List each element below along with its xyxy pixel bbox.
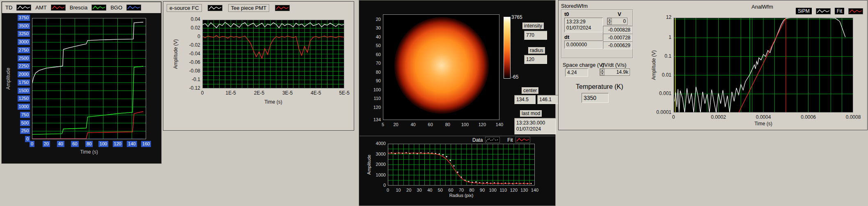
beam-intensity-image bbox=[383, 14, 499, 120]
y-tick-label: 0.001 bbox=[659, 91, 671, 97]
esource-plot-legend: e-source FC Tee piece PMT bbox=[167, 4, 290, 12]
y-tick-label: 2250 bbox=[18, 63, 30, 69]
y-tick-label: 134 bbox=[373, 117, 381, 123]
temperature-value: 3350 bbox=[582, 93, 609, 103]
analwfm-title: AnalWfm bbox=[751, 4, 773, 10]
esource-chart-plot bbox=[202, 20, 344, 88]
t0-date: 01/07/2024 bbox=[566, 25, 591, 31]
sipm-line-sample-icon bbox=[816, 8, 831, 14]
y-tick-label: 12 bbox=[666, 14, 671, 20]
y-tick-label: 0 bbox=[197, 34, 200, 40]
x-tick-label: 0 bbox=[30, 141, 34, 147]
y-tick-label: 3250 bbox=[18, 31, 30, 37]
bgo-line-sample-icon bbox=[126, 5, 141, 11]
y-tick-label: 50 bbox=[376, 43, 381, 49]
crystal-plot-legend: TD AMT Brescia BGO bbox=[2, 2, 161, 13]
y-tick-label: -0.1 bbox=[192, 77, 200, 83]
y-tick-label: 2000 bbox=[376, 161, 386, 168]
y-tick-label: -0.12 bbox=[189, 85, 200, 91]
y-tick-label: 0.02 bbox=[191, 25, 200, 31]
x-tick-label: 100 bbox=[489, 187, 497, 193]
intensity-value: 770 bbox=[524, 31, 547, 40]
y-tick-label: 60 bbox=[376, 52, 381, 58]
t0-time: 13:23:29 bbox=[566, 19, 586, 25]
y-tick-label: 2000 bbox=[18, 71, 30, 77]
x-tick-label: 0.0006 bbox=[801, 114, 816, 120]
panel-divider bbox=[360, 136, 555, 136]
legend-item-data: Data bbox=[472, 137, 500, 143]
dvdt-value[interactable]: 14.9k bbox=[605, 69, 630, 75]
x-tick-label: 0 bbox=[201, 90, 204, 96]
last-mod-date: 01/07/2024 bbox=[516, 126, 541, 132]
y-tick-label: 1000 bbox=[18, 104, 30, 110]
y-tick-label: -0.06 bbox=[189, 59, 200, 66]
y-tick-label: 70 bbox=[376, 60, 381, 66]
pmt-line-sample-icon bbox=[275, 5, 290, 11]
radial-x-axis-label: Radius (pix) bbox=[449, 193, 474, 198]
x-tick-label: 4E-5 bbox=[311, 90, 321, 96]
x-tick-label: 90 bbox=[480, 187, 485, 193]
dt-value: 0.000000 bbox=[564, 41, 603, 49]
v-index-value[interactable]: 0 bbox=[612, 18, 627, 24]
legend-label-td: TD bbox=[5, 5, 12, 11]
fit-line-sample-icon bbox=[515, 137, 530, 143]
y-tick-label: 2500 bbox=[18, 55, 30, 61]
radius-value: 120 bbox=[524, 55, 547, 64]
legend-label-data: Data bbox=[472, 137, 483, 143]
y-tick-label: 0 bbox=[383, 182, 386, 188]
analwfm-chart-plot[interactable] bbox=[673, 18, 853, 113]
y-tick-label: 0.1 bbox=[664, 53, 671, 59]
x-tick-label: 60 bbox=[71, 141, 78, 147]
x-tick-label: 60 bbox=[448, 187, 453, 193]
storedwfm-cluster: t0 13:23:29 01/07/2024 dt 0.000000 V ▲▼ … bbox=[561, 9, 633, 59]
legend-label-fit: Fit bbox=[507, 137, 513, 143]
esource-y-axis-label: Amplitude (V) bbox=[173, 39, 179, 69]
x-tick-label: 5E-5 bbox=[339, 90, 349, 96]
x-tick-label: 80 bbox=[469, 187, 474, 193]
dvdt-spinner-icon[interactable]: ▲▼ bbox=[600, 69, 605, 75]
y-tick-label: 3750 bbox=[18, 15, 30, 21]
data-dots-sample-icon bbox=[485, 137, 500, 143]
color-ramp-max-label: 3765 bbox=[511, 14, 522, 20]
last-mod-time: 13:23:30.000 bbox=[516, 120, 545, 126]
y-tick-label: 120 bbox=[373, 104, 381, 111]
x-tick-label: 0 bbox=[387, 187, 389, 193]
x-tick-label: 80 bbox=[445, 122, 450, 128]
x-tick-label: 0.0002 bbox=[711, 114, 726, 120]
x-tick-label: 10 bbox=[396, 187, 401, 193]
x-tick-label: 120 bbox=[112, 141, 122, 147]
analwfm-x-axis-label: Time (s) bbox=[754, 121, 772, 127]
intensity-color-ramp[interactable] bbox=[504, 17, 511, 79]
v-value-2: -0.000629 bbox=[603, 41, 632, 49]
crystal-chart-plot bbox=[32, 18, 146, 139]
v-index-spinner-icon[interactable]: ▲▼ bbox=[607, 18, 612, 25]
x-tick-label: 130 bbox=[520, 187, 528, 193]
y-tick-label: -0.04 bbox=[189, 51, 200, 57]
x-tick-label: 140 bbox=[531, 187, 538, 193]
waveform-analysis-panel: StoredWfm t0 13:23:29 01/07/2024 dt 0.00… bbox=[558, 0, 868, 130]
legend-label-bgo: BGO bbox=[110, 5, 122, 11]
y-tick-label: 1000 bbox=[376, 172, 386, 178]
dvdt-control[interactable]: ▲▼ 14.9k bbox=[600, 68, 630, 76]
radial-plot-legend: Data Fit bbox=[472, 137, 530, 143]
y-tick-label: 3000 bbox=[376, 151, 386, 157]
esource-pmt-panel: e-source FC Tee piece PMT Amplitude (V) … bbox=[163, 1, 354, 131]
radial-y-axis-label: Amplitude bbox=[366, 155, 371, 175]
x-tick-label: 20 bbox=[393, 122, 398, 128]
x-tick-label: 40 bbox=[57, 141, 64, 147]
color-ramp-min-label: -65 bbox=[511, 74, 518, 80]
radial-profile-plot bbox=[388, 144, 535, 186]
x-tick-label: 60 bbox=[428, 122, 433, 128]
dt-label: dt bbox=[564, 34, 569, 40]
space-charge-label: Space charge (V) bbox=[563, 62, 604, 68]
v-value-1: -0.000728 bbox=[603, 34, 632, 41]
v-index-control[interactable]: ▲▼ 0 bbox=[607, 18, 628, 25]
legend-label-amt: AMT bbox=[35, 5, 46, 11]
x-tick-label: 40 bbox=[411, 122, 416, 128]
x-tick-label: 1E-5 bbox=[226, 90, 236, 96]
dvdt-label: dV/dt (V/s) bbox=[601, 62, 626, 68]
x-tick-label: 160 bbox=[141, 141, 151, 147]
legend-label-anal-fit: Fit bbox=[835, 8, 844, 14]
y-tick-label: 0.04 bbox=[191, 16, 200, 23]
y-tick-label: 1250 bbox=[18, 95, 30, 102]
